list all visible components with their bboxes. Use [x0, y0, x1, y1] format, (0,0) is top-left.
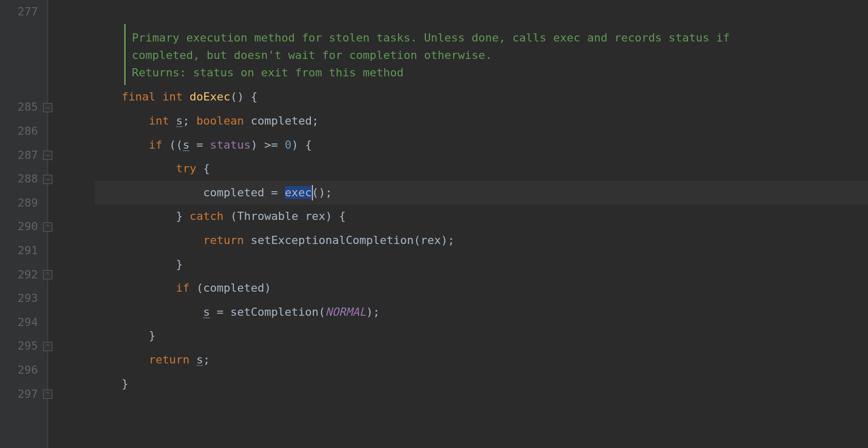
- line-number: 291: [0, 239, 47, 263]
- fold-toggle-icon[interactable]: ⌃: [43, 342, 52, 351]
- fold-toggle-icon[interactable]: ⌃: [43, 222, 52, 232]
- line-number: 289: [0, 191, 47, 215]
- var-s: s: [203, 306, 210, 318]
- keyword-if: if: [176, 281, 190, 294]
- doc-text: Returns: status on exit from this method: [132, 64, 868, 82]
- line-number: 296: [0, 358, 47, 382]
- line-number: 294: [0, 311, 47, 335]
- keyword-return: return: [203, 234, 244, 247]
- selection-exec: exec: [285, 186, 312, 199]
- doc-text: Primary execution method for stolen task…: [132, 29, 868, 47]
- var-completed: completed;: [244, 114, 319, 127]
- fold-strip: −−−⌃⌃⌃⌃: [47, 0, 94, 448]
- method-name: doExec: [189, 90, 230, 103]
- line-number: 292: [0, 263, 47, 287]
- keyword-final: final: [122, 90, 155, 103]
- line-number-gutter: 277 285 286 287 288 289 290 291 292 293 …: [0, 0, 47, 448]
- fold-toggle-icon[interactable]: −: [43, 103, 52, 112]
- var-s: s: [176, 114, 183, 127]
- line-number: 286: [0, 119, 47, 144]
- keyword-try: try: [176, 162, 196, 175]
- code-area[interactable]: Primary execution method for stolen task…: [94, 0, 868, 448]
- fold-toggle-icon[interactable]: ⌃: [43, 390, 52, 399]
- code-line[interactable]: }: [94, 253, 868, 277]
- code-line-current[interactable]: completed = exec();: [94, 181, 868, 205]
- line-number: 290: [0, 215, 47, 239]
- line-number: 288: [0, 167, 47, 191]
- code-line[interactable]: return setExceptionalCompletion(rex);: [94, 229, 868, 253]
- code-line[interactable]: final int doExec() {: [94, 85, 868, 109]
- code-line[interactable]: s = setCompletion(NORMAL);: [94, 300, 868, 324]
- code-line[interactable]: } catch (Throwable rex) {: [94, 205, 868, 229]
- var-s: s: [196, 353, 203, 366]
- javadoc-block: Primary execution method for stolen task…: [124, 24, 868, 86]
- field-status: status: [210, 138, 250, 151]
- method-call: setExceptionalCompletion(rex);: [244, 234, 455, 247]
- code-line[interactable]: if (completed): [94, 276, 868, 300]
- keyword-return: return: [149, 353, 189, 366]
- constant-normal: NORMAL: [325, 306, 366, 318]
- line-number: [0, 24, 47, 48]
- keyword-boolean: boolean: [196, 114, 244, 127]
- code-line[interactable]: try {: [94, 157, 868, 181]
- code-line[interactable]: if ((s = status) >= 0) {: [94, 133, 868, 157]
- code-editor: 277 285 286 287 288 289 290 291 292 293 …: [0, 0, 868, 448]
- keyword-int: int: [162, 90, 183, 103]
- code-line[interactable]: [94, 0, 868, 24]
- line-number: 287: [0, 144, 47, 168]
- line-number: 293: [0, 287, 47, 311]
- code-text: () {: [230, 90, 258, 103]
- code-line[interactable]: return s;: [94, 348, 868, 372]
- line-number: [0, 48, 47, 72]
- line-number: 277: [0, 0, 47, 24]
- code-line[interactable]: }: [94, 324, 868, 348]
- code-line[interactable]: int s; boolean completed;: [94, 109, 868, 133]
- fold-toggle-icon[interactable]: −: [43, 175, 52, 184]
- keyword-if: if: [149, 138, 163, 151]
- line-number: 297: [0, 382, 47, 406]
- line-number: 285: [0, 95, 47, 119]
- var-s: s: [183, 138, 189, 151]
- line-number: [0, 72, 47, 96]
- fold-toggle-icon[interactable]: −: [43, 151, 52, 160]
- fold-toggle-icon[interactable]: ⌃: [43, 270, 52, 279]
- text-caret: [312, 185, 313, 200]
- code-line[interactable]: }: [94, 372, 868, 396]
- keyword-int: int: [149, 114, 169, 127]
- keyword-catch: catch: [189, 210, 223, 222]
- doc-text: completed, but doesn't wait for completi…: [132, 47, 868, 64]
- number-literal: 0: [285, 138, 291, 151]
- line-number: 295: [0, 334, 47, 358]
